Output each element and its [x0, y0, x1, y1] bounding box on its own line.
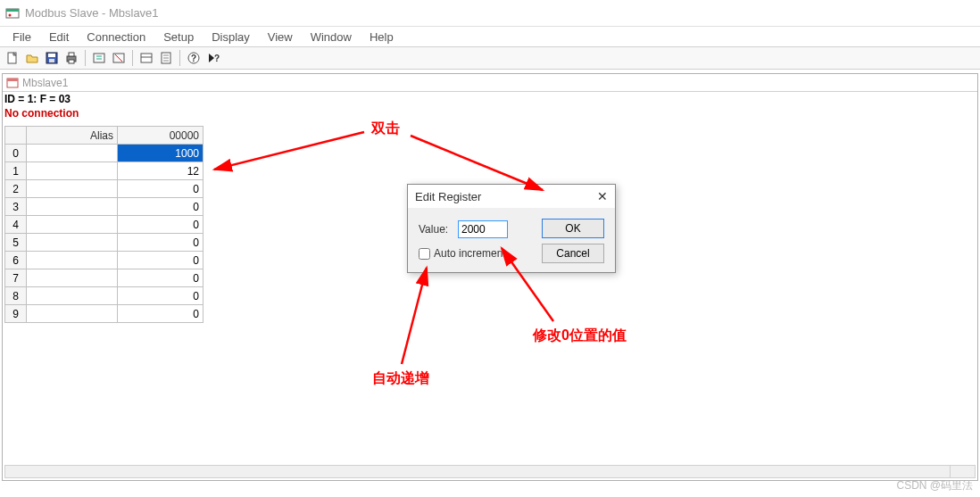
display-icon[interactable]	[157, 49, 175, 67]
cell-alias[interactable]	[27, 234, 118, 252]
svg-rect-15	[141, 54, 152, 62]
cell-alias[interactable]	[27, 216, 118, 234]
cell-value[interactable]: 0	[118, 269, 203, 287]
value-input[interactable]	[458, 220, 508, 238]
svg-rect-8	[69, 53, 74, 56]
value-label: Value:	[419, 223, 458, 236]
row-index[interactable]: 0	[5, 145, 27, 162]
row-index[interactable]: 8	[5, 287, 27, 305]
save-icon[interactable]	[43, 49, 61, 67]
setup-icon[interactable]	[137, 49, 155, 67]
edit-register-dialog: Edit Register ✕ Value: Auto increment OK…	[407, 184, 616, 273]
cell-value[interactable]: 12	[118, 162, 203, 180]
table-row: 4 0	[5, 216, 203, 234]
svg-rect-10	[94, 54, 104, 62]
toolbar: ? ?	[0, 46, 980, 70]
print-icon[interactable]	[62, 49, 80, 67]
table-row: 6 0	[5, 252, 203, 269]
row-index[interactable]: 4	[5, 216, 27, 234]
svg-rect-25	[7, 79, 18, 81]
cell-alias[interactable]	[27, 180, 118, 198]
dialog-title: Edit Register	[415, 190, 481, 203]
cell-value[interactable]: 0	[118, 287, 203, 305]
row-index[interactable]: 1	[5, 162, 27, 180]
auto-increment-label: Auto increment	[434, 247, 506, 260]
menu-connection[interactable]: Connection	[78, 29, 154, 46]
svg-line-14	[115, 54, 122, 62]
ok-button[interactable]: OK	[542, 219, 604, 238]
table-row: 8 0	[5, 287, 203, 305]
cell-value[interactable]: 1000	[118, 145, 203, 162]
table-row: 2 0	[5, 180, 203, 198]
window-titlebar: Modbus Slave - Mbslave1	[0, 0, 980, 27]
toolbar-separator	[132, 50, 133, 66]
svg-text:?: ?	[214, 54, 220, 63]
column-alias-header[interactable]: Alias	[27, 127, 118, 145]
menu-window[interactable]: Window	[302, 29, 361, 46]
svg-point-2	[9, 13, 12, 16]
toolbar-separator	[85, 50, 86, 66]
help-icon[interactable]: ?	[185, 49, 203, 67]
connect-icon[interactable]	[90, 49, 108, 67]
row-index[interactable]: 6	[5, 252, 27, 269]
cell-alias[interactable]	[27, 305, 118, 323]
document-icon	[6, 77, 19, 89]
dialog-titlebar[interactable]: Edit Register ✕	[408, 185, 615, 208]
register-table: Alias 00000 0 1000 1 12 2 0 3 0 4 0	[4, 126, 203, 323]
column-value-header[interactable]: 00000	[118, 127, 203, 145]
toolbar-separator	[179, 50, 180, 66]
cell-value[interactable]: 0	[118, 234, 203, 252]
new-icon[interactable]	[4, 49, 21, 67]
cell-value[interactable]: 0	[118, 216, 203, 234]
menu-display[interactable]: Display	[203, 29, 259, 46]
cell-alias[interactable]	[27, 252, 118, 269]
menu-view[interactable]: View	[259, 29, 302, 46]
menu-setup[interactable]: Setup	[154, 29, 203, 46]
cell-value[interactable]: 0	[118, 180, 203, 198]
cancel-button[interactable]: Cancel	[542, 244, 604, 263]
row-index[interactable]: 9	[5, 305, 27, 323]
row-index[interactable]: 2	[5, 180, 27, 198]
close-icon[interactable]: ✕	[597, 189, 608, 203]
auto-increment-input[interactable]	[419, 248, 430, 260]
row-index[interactable]: 5	[5, 234, 27, 252]
table-corner	[5, 127, 27, 145]
menu-edit[interactable]: Edit	[40, 29, 78, 46]
table-row: 9 0	[5, 305, 203, 323]
document-title: Mbslave1	[22, 77, 68, 89]
menubar: File Edit Connection Setup Display View …	[0, 27, 980, 46]
app-icon	[5, 6, 20, 21]
horizontal-scrollbar[interactable]	[4, 465, 976, 478]
row-index[interactable]: 7	[5, 269, 27, 287]
cell-alias[interactable]	[27, 145, 118, 162]
context-help-icon[interactable]: ?	[204, 49, 222, 67]
disconnect-icon[interactable]	[110, 49, 128, 67]
cell-alias[interactable]	[27, 269, 118, 287]
window-title: Modbus Slave - Mbslave1	[25, 6, 159, 20]
svg-rect-1	[6, 9, 19, 12]
svg-rect-6	[49, 59, 54, 62]
svg-text:?: ?	[191, 54, 196, 63]
watermark: CSDN @码里法	[896, 478, 973, 493]
table-row: 0 1000	[5, 145, 203, 162]
table-row: 3 0	[5, 198, 203, 216]
cell-alias[interactable]	[27, 198, 118, 216]
svg-rect-5	[48, 54, 55, 57]
cell-alias[interactable]	[27, 287, 118, 305]
open-icon[interactable]	[23, 49, 41, 67]
menu-help[interactable]: Help	[361, 29, 403, 46]
cell-value[interactable]: 0	[118, 252, 203, 269]
cell-alias[interactable]	[27, 162, 118, 180]
slave-status: ID = 1: F = 03	[3, 92, 977, 106]
cell-value[interactable]: 0	[118, 198, 203, 216]
table-row: 1 12	[5, 162, 203, 180]
connection-status: No connection	[3, 106, 977, 120]
menu-file[interactable]: File	[4, 29, 40, 46]
table-row: 5 0	[5, 234, 203, 252]
svg-rect-9	[69, 60, 74, 63]
row-index[interactable]: 3	[5, 198, 27, 216]
cell-value[interactable]: 0	[118, 305, 203, 323]
document-titlebar: Mbslave1	[3, 74, 977, 92]
table-row: 7 0	[5, 269, 203, 287]
workspace: Mbslave1 ID = 1: F = 03 No connection Al…	[2, 73, 978, 481]
